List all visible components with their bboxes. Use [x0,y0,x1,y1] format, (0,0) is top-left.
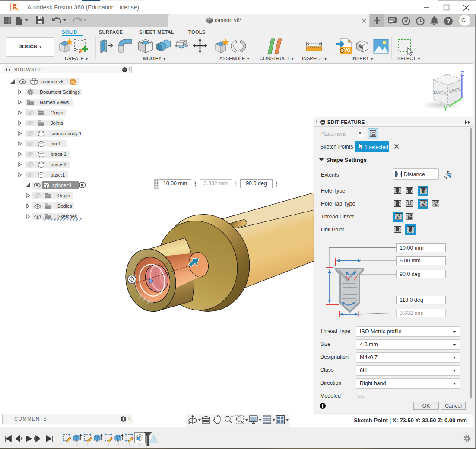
svg-text:?: ? [447,18,451,25]
svg-text:C: C [71,79,74,84]
svg-text:Y: Y [444,105,448,112]
svg-text:0.00: 0.00 [158,262,168,269]
svg-text:BACK: BACK [433,89,447,95]
svg-text:Z: Z [460,70,464,77]
